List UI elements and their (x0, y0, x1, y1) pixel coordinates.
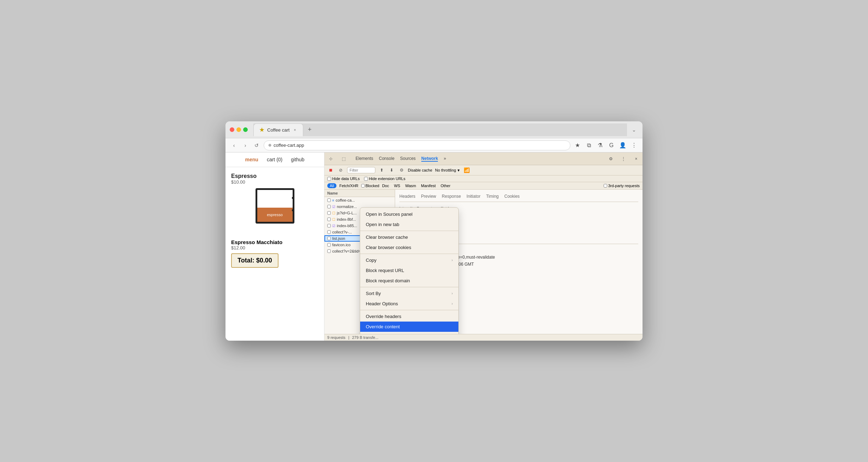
file-name: index-8bf... (337, 217, 356, 221)
devtools-settings-icon[interactable]: ⚙ (607, 155, 614, 162)
device-mode-icon[interactable]: ⬚ (340, 155, 347, 162)
address-bar: ‹ › ↺ ⊕ coffee-cart.app ★ ⧉ ⚗ G 👤 ⋮ (225, 138, 643, 152)
upload-icon[interactable]: ⬆ (378, 167, 385, 174)
back-button[interactable]: ‹ (230, 141, 238, 150)
item-checkbox[interactable] (327, 243, 331, 247)
third-party-checkbox[interactable] (604, 184, 607, 187)
total-display: Total: $0.00 (231, 253, 278, 268)
list-item[interactable]: ≡ coffee-ca... (324, 197, 395, 203)
tab-sources[interactable]: Sources (400, 156, 416, 162)
filter-manifest[interactable]: Manifest (419, 183, 438, 188)
nav-menu[interactable]: menu (245, 157, 258, 162)
liquid-label: espresso (267, 213, 283, 217)
filter-fetch[interactable]: Fetch/XHR (337, 183, 360, 188)
devtools-close-icon[interactable]: × (633, 155, 640, 162)
new-tab-button[interactable]: + (305, 125, 315, 135)
profile-icon[interactable]: 👤 (618, 141, 627, 150)
tab-console[interactable]: Console (379, 156, 394, 162)
context-copy[interactable]: Copy › (360, 255, 458, 265)
nav-cart[interactable]: cart (0) (267, 157, 282, 162)
url-bar[interactable]: ⊕ coffee-cart.app (264, 140, 570, 150)
blocked-label: Blocked (365, 184, 379, 188)
hide-extension-urls-label: Hide extension URLs (369, 177, 405, 181)
inspect-element-icon[interactable]: ⊹ (327, 155, 334, 162)
grammarly-icon[interactable]: G (607, 141, 616, 150)
context-clear-cache[interactable]: Clear browser cache (360, 232, 458, 242)
item-checkbox[interactable] (327, 198, 331, 202)
cup-body: espresso (256, 188, 294, 224)
item-checkbox[interactable] (327, 218, 331, 221)
file-name: index-b85... (337, 224, 357, 228)
extensions-icon[interactable]: ⧉ (585, 141, 593, 150)
close-button[interactable] (230, 127, 234, 132)
tab-timing[interactable]: Timing (486, 194, 499, 200)
item-checkbox[interactable] (327, 230, 331, 234)
tab-response[interactable]: Response (442, 194, 461, 200)
context-show-overrides[interactable]: Show all overrides (360, 332, 458, 334)
tab-headers[interactable]: Headers (399, 194, 415, 200)
tab-preview[interactable]: Preview (421, 194, 436, 200)
tab-cookies[interactable]: Cookies (504, 194, 520, 200)
context-override-headers[interactable]: Override headers (360, 311, 458, 322)
traffic-lights (230, 127, 248, 132)
product2-name: Espresso Macchiato (231, 239, 318, 245)
bookmark-icon[interactable]: ★ (573, 141, 582, 150)
context-override-content[interactable]: Override content (360, 322, 458, 332)
tab-more[interactable]: » (444, 156, 446, 162)
disable-cache-label: Disable cache (408, 168, 432, 172)
context-sort-by[interactable]: Sort By › (360, 288, 458, 299)
forward-button[interactable]: › (241, 141, 250, 150)
third-party-option[interactable]: 3rd-party requests (604, 184, 640, 188)
separator-3 (360, 287, 458, 287)
filter-doc[interactable]: Doc (380, 183, 391, 188)
tab-close-button[interactable]: × (292, 127, 297, 132)
tab-elements[interactable]: Elements (356, 156, 373, 162)
tab-initiator[interactable]: Initiator (467, 194, 480, 200)
network-filter-input[interactable] (347, 167, 375, 173)
transferred-size: 279 B transfe... (352, 335, 379, 340)
minimize-button[interactable] (236, 127, 241, 132)
item-checkbox[interactable] (327, 237, 331, 240)
item-checkbox[interactable] (327, 224, 331, 227)
throttle-settings-icon[interactable]: ⚙ (398, 167, 405, 174)
hide-data-urls-option[interactable]: Hide data URLs (327, 177, 360, 181)
requests-count: 9 requests (327, 335, 345, 340)
filter-all[interactable]: All (327, 183, 336, 188)
file-name: js?id=G-L... (337, 211, 357, 215)
maximize-button[interactable] (243, 127, 248, 132)
devtools-more-icon[interactable]: ⋮ (620, 155, 627, 162)
window-more-button[interactable]: ⌄ (630, 126, 638, 134)
throttle-dropdown-icon[interactable]: ▼ (457, 168, 460, 172)
labs-icon[interactable]: ⚗ (596, 141, 604, 150)
context-block-url[interactable]: Block request URL (360, 265, 458, 276)
item-checkbox[interactable] (327, 205, 331, 208)
context-block-domain[interactable]: Block request domain (360, 276, 458, 286)
context-open-sources[interactable]: Open in Sources panel (360, 209, 458, 219)
filter-wasm[interactable]: Wasm (403, 183, 418, 188)
context-header-options[interactable]: Header Options › (360, 299, 458, 309)
filter-ws[interactable]: WS (392, 183, 403, 188)
browser-tab[interactable]: Coffee cart × (253, 123, 303, 136)
download-icon[interactable]: ⬇ (388, 167, 395, 174)
item-checkbox[interactable] (327, 211, 331, 215)
blocked-option[interactable]: Blocked (361, 184, 379, 188)
open-new-tab-label: Open in new tab (366, 222, 399, 227)
file-name: list.json (332, 236, 345, 241)
clear-icon[interactable]: ⊘ (337, 167, 344, 174)
record-stop-icon[interactable]: ⏹ (327, 167, 334, 174)
file-icon-orange: ☐ (332, 218, 335, 221)
item-checkbox[interactable] (327, 249, 331, 253)
tab-network[interactable]: Network (421, 156, 438, 162)
blocked-checkbox[interactable] (361, 184, 365, 187)
hide-extension-urls-checkbox[interactable] (364, 177, 368, 181)
nav-github[interactable]: github (291, 157, 304, 162)
browser-more-icon[interactable]: ⋮ (630, 141, 638, 150)
context-clear-cookies[interactable]: Clear browser cookies (360, 242, 458, 253)
context-open-new-tab[interactable]: Open in new tab (360, 219, 458, 230)
filter-other[interactable]: Other (439, 183, 453, 188)
tab-title: Coffee cart (267, 127, 289, 133)
reload-button[interactable]: ↺ (252, 141, 261, 150)
hide-extension-urls-option[interactable]: Hide extension URLs (364, 177, 405, 181)
browser-window: Coffee cart × + ⌄ ‹ › ↺ ⊕ coffee-cart.ap… (225, 121, 643, 341)
hide-data-urls-checkbox[interactable] (327, 177, 331, 181)
